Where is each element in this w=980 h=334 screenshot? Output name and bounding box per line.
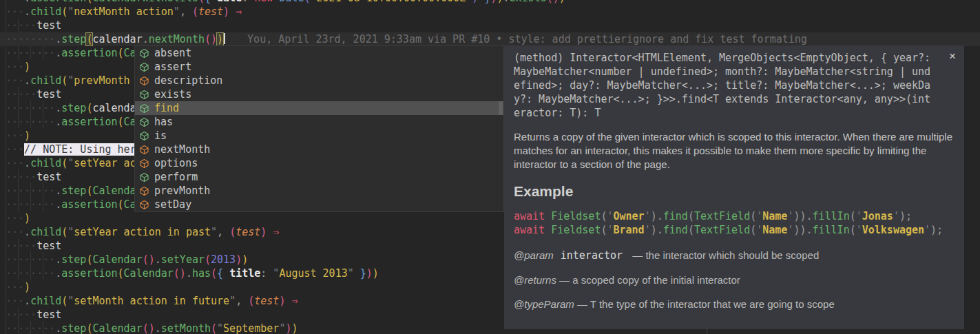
code-token: ( <box>61 6 67 18</box>
code-token: ) <box>242 253 248 266</box>
code-token: ' <box>756 224 762 236</box>
code-token: ········ <box>6 116 55 128</box>
code-token: child <box>30 74 61 87</box>
method-cube-icon <box>138 48 149 59</box>
suggestion-item[interactable]: has <box>135 115 503 129</box>
suggestion-label: exists <box>154 87 191 101</box>
suggestion-label: nextMonth <box>154 143 210 156</box>
code-line[interactable]: ···.child("nextMonth action", (test) ⇒ <box>6 5 980 19</box>
suggestion-item[interactable]: prevMonth <box>135 184 503 198</box>
suggestion-item[interactable]: description <box>135 74 503 87</box>
code-token: assertion <box>61 198 117 211</box>
suggestion-item[interactable]: options <box>135 156 503 170</box>
code-token: ( <box>118 198 124 211</box>
code-token: ········ <box>6 267 55 280</box>
code-token: August 2013 <box>279 267 347 280</box>
code-line[interactable]: ·····test <box>6 19 980 32</box>
code-token: ········ <box>6 198 55 211</box>
code-token: // NOTE: Using here <box>24 143 143 156</box>
code-token: ··· <box>6 6 24 18</box>
code-token: { <box>205 0 217 4</box>
code-token: Name <box>762 224 787 236</box>
code-token: ' <box>607 224 613 236</box>
code-token: ( <box>688 224 694 236</box>
close-icon[interactable]: × <box>949 50 956 63</box>
code-token: ' <box>893 210 899 222</box>
doc-tag-name: @returns <box>514 274 556 286</box>
code-token: title <box>229 267 260 280</box>
suggestion-item[interactable]: nextMonth <box>135 143 503 156</box>
code-token: : <box>260 267 273 280</box>
suggestion-item[interactable]: is <box>135 129 503 143</box>
property-cube-icon <box>138 158 149 169</box>
code-token: ) <box>260 226 267 238</box>
suggestion-item[interactable]: assert <box>135 60 503 74</box>
code-token: . <box>24 295 30 307</box>
code-token: . <box>55 267 61 280</box>
code-token: () <box>174 267 186 280</box>
suggest-scrollbar[interactable] <box>499 101 503 115</box>
code-token: ( <box>304 0 311 4</box>
code-token: setMonth action in future <box>74 295 229 307</box>
code-token: ) <box>223 6 229 18</box>
code-line[interactable]: ········.step(calendar.nextMonth())You, … <box>0 32 980 46</box>
code-token: () <box>143 322 155 334</box>
suggestion-item[interactable]: exists <box>135 87 503 101</box>
suggestion-item[interactable]: absent <box>135 46 503 60</box>
code-token: Calendar <box>92 253 142 266</box>
code-token: ( <box>198 0 205 4</box>
code-token: TextField <box>694 224 750 236</box>
code-line[interactable]: ···.assertion(calendarWithUtils({ date: … <box>6 0 980 5</box>
code-token: test <box>236 226 260 238</box>
code-token: Date <box>279 0 304 4</box>
suggestion-item[interactable]: setDay <box>135 198 503 211</box>
code-token: test <box>198 6 223 18</box>
code-token: setYear action in past <box>74 226 211 238</box>
code-token: " <box>67 74 74 87</box>
code-token: . <box>24 157 30 169</box>
code-token: ········ <box>6 47 55 59</box>
code-token: . <box>55 116 61 128</box>
code-token: ⇒ <box>236 6 242 18</box>
code-token: find <box>663 210 688 222</box>
code-token: ); <box>899 210 912 222</box>
doc-tag-line: @paraminteractor — the interactor which … <box>514 249 955 262</box>
code-token <box>229 6 236 18</box>
code-token: ' <box>924 224 930 236</box>
code-token: ( <box>750 210 756 222</box>
suggestion-item[interactable]: perform <box>135 170 503 184</box>
code-token: assertion <box>61 116 117 128</box>
code-token: 2013 <box>211 253 236 266</box>
code-token: step <box>61 322 86 334</box>
code-token: ⇒ <box>273 226 279 238</box>
code-token: test <box>254 295 279 307</box>
code-token: setYear act <box>74 157 142 169</box>
property-cube-icon <box>138 199 149 210</box>
code-token: ··· <box>6 226 24 238</box>
suggestion-item[interactable]: find <box>135 101 503 115</box>
code-token: step <box>61 185 86 197</box>
code-token: . <box>143 33 149 45</box>
code-token: ( <box>118 47 124 59</box>
code-token: ( <box>205 33 211 45</box>
code-token: ⇒ <box>291 295 298 307</box>
code-token: " <box>67 157 74 169</box>
method-signature: (method) Interactor<HTMLElement, MergeOb… <box>514 51 955 120</box>
example-code: await Fieldset('Owner').find(TextField('… <box>514 209 955 237</box>
code-token: Owner <box>614 210 645 222</box>
code-token: assertion <box>30 0 86 4</box>
doc-tags: @paraminteractor — the interactor which … <box>514 249 955 310</box>
code-token: new <box>254 0 273 4</box>
code-token: . <box>55 198 61 211</box>
method-cube-icon <box>138 61 149 72</box>
code-token: . <box>24 0 30 4</box>
code-token: test <box>37 309 61 321</box>
code-token: ( <box>850 210 856 222</box>
code-token: " <box>348 267 354 280</box>
code-token: ) <box>24 212 30 225</box>
code-token: )). <box>793 210 812 222</box>
code-token: ( <box>118 116 124 128</box>
code-token: . <box>55 47 61 59</box>
doc-tag-line: @returns — a scoped copy of the initial … <box>514 274 955 286</box>
code-token: ··· <box>6 281 24 293</box>
